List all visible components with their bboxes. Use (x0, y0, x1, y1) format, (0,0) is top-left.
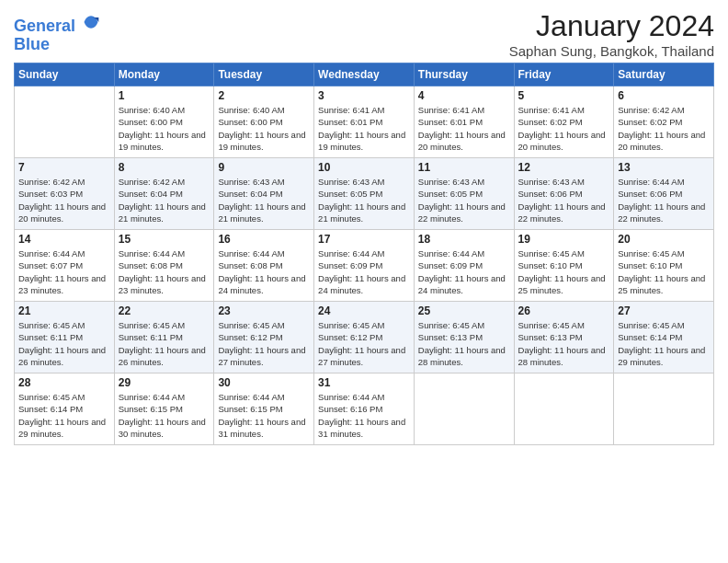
day-info: Sunrise: 6:44 AM Sunset: 6:08 PM Dayligh… (218, 247, 310, 296)
day-cell: 13Sunrise: 6:44 AM Sunset: 6:06 PM Dayli… (614, 158, 714, 230)
day-cell: 2Sunrise: 6:40 AM Sunset: 6:00 PM Daylig… (214, 86, 314, 158)
day-number: 19 (518, 233, 610, 246)
day-info: Sunrise: 6:42 AM Sunset: 6:02 PM Dayligh… (618, 104, 710, 153)
day-info: Sunrise: 6:44 AM Sunset: 6:07 PM Dayligh… (18, 247, 110, 296)
day-number: 15 (119, 233, 210, 246)
title-block: January 2024 Saphan Sung, Bangkok, Thail… (509, 9, 714, 59)
day-info: Sunrise: 6:44 AM Sunset: 6:15 PM Dayligh… (119, 391, 210, 440)
day-number: 20 (618, 233, 710, 246)
day-number: 8 (119, 161, 210, 174)
day-cell (15, 86, 115, 158)
calendar-table: SundayMondayTuesdayWednesdayThursdayFrid… (14, 63, 714, 445)
day-info: Sunrise: 6:45 AM Sunset: 6:10 PM Dayligh… (518, 247, 610, 296)
day-cell: 28Sunrise: 6:45 AM Sunset: 6:14 PM Dayli… (15, 373, 115, 445)
month-title: January 2024 (509, 9, 714, 43)
day-cell: 18Sunrise: 6:44 AM Sunset: 6:09 PM Dayli… (414, 230, 514, 302)
weekday-header-friday: Friday (514, 63, 614, 86)
day-cell: 1Sunrise: 6:40 AM Sunset: 6:00 PM Daylig… (114, 86, 214, 158)
day-info: Sunrise: 6:45 AM Sunset: 6:11 PM Dayligh… (18, 319, 110, 368)
day-info: Sunrise: 6:40 AM Sunset: 6:00 PM Dayligh… (218, 104, 310, 153)
day-number: 29 (119, 376, 210, 389)
week-row-2: 7Sunrise: 6:42 AM Sunset: 6:03 PM Daylig… (15, 158, 714, 230)
weekday-header-sunday: Sunday (15, 63, 115, 86)
location-title: Saphan Sung, Bangkok, Thailand (509, 43, 714, 59)
day-cell: 24Sunrise: 6:45 AM Sunset: 6:12 PM Dayli… (314, 302, 415, 373)
day-number: 30 (218, 376, 310, 389)
day-info: Sunrise: 6:45 AM Sunset: 6:13 PM Dayligh… (418, 319, 510, 368)
day-number: 25 (418, 304, 510, 317)
day-number: 9 (218, 161, 310, 174)
logo-text: General (14, 13, 100, 36)
day-info: Sunrise: 6:44 AM Sunset: 6:15 PM Dayligh… (218, 391, 310, 440)
day-number: 2 (218, 89, 310, 102)
weekday-header-monday: Monday (114, 63, 214, 86)
day-cell: 11Sunrise: 6:43 AM Sunset: 6:05 PM Dayli… (414, 158, 514, 230)
page-container: General Blue January 2024 Saphan Sung, B… (0, 0, 728, 454)
day-cell: 8Sunrise: 6:42 AM Sunset: 6:04 PM Daylig… (114, 158, 214, 230)
day-info: Sunrise: 6:43 AM Sunset: 6:06 PM Dayligh… (518, 176, 610, 224)
day-number: 7 (18, 161, 110, 174)
day-cell: 16Sunrise: 6:44 AM Sunset: 6:08 PM Dayli… (214, 230, 314, 302)
day-cell: 4Sunrise: 6:41 AM Sunset: 6:01 PM Daylig… (414, 86, 514, 158)
day-number: 21 (18, 304, 110, 317)
day-number: 1 (119, 89, 210, 102)
day-cell: 26Sunrise: 6:45 AM Sunset: 6:13 PM Dayli… (514, 302, 614, 373)
logo-subtext: Blue (14, 36, 100, 54)
day-number: 26 (518, 304, 610, 317)
week-row-3: 14Sunrise: 6:44 AM Sunset: 6:07 PM Dayli… (15, 230, 714, 302)
day-number: 5 (518, 89, 610, 102)
day-cell: 27Sunrise: 6:45 AM Sunset: 6:14 PM Dayli… (614, 302, 714, 373)
day-cell (414, 373, 514, 445)
day-info: Sunrise: 6:41 AM Sunset: 6:01 PM Dayligh… (418, 104, 510, 153)
day-info: Sunrise: 6:41 AM Sunset: 6:01 PM Dayligh… (318, 104, 410, 153)
day-cell: 14Sunrise: 6:44 AM Sunset: 6:07 PM Dayli… (15, 230, 115, 302)
day-info: Sunrise: 6:43 AM Sunset: 6:05 PM Dayligh… (318, 176, 410, 224)
day-cell: 3Sunrise: 6:41 AM Sunset: 6:01 PM Daylig… (314, 86, 415, 158)
day-number: 23 (218, 304, 310, 317)
weekday-header-tuesday: Tuesday (214, 63, 314, 86)
week-row-1: 1Sunrise: 6:40 AM Sunset: 6:00 PM Daylig… (15, 86, 714, 158)
day-info: Sunrise: 6:40 AM Sunset: 6:00 PM Dayligh… (119, 104, 210, 153)
day-cell: 5Sunrise: 6:41 AM Sunset: 6:02 PM Daylig… (514, 86, 614, 158)
day-cell: 22Sunrise: 6:45 AM Sunset: 6:11 PM Dayli… (114, 302, 214, 373)
day-info: Sunrise: 6:44 AM Sunset: 6:16 PM Dayligh… (318, 391, 410, 440)
day-cell: 19Sunrise: 6:45 AM Sunset: 6:10 PM Dayli… (514, 230, 614, 302)
day-number: 12 (518, 161, 610, 174)
weekday-header-row: SundayMondayTuesdayWednesdayThursdayFrid… (15, 63, 714, 86)
day-number: 11 (418, 161, 510, 174)
weekday-header-saturday: Saturday (614, 63, 714, 86)
day-info: Sunrise: 6:42 AM Sunset: 6:04 PM Dayligh… (119, 176, 210, 224)
day-number: 3 (318, 89, 410, 102)
day-info: Sunrise: 6:44 AM Sunset: 6:09 PM Dayligh… (418, 247, 510, 296)
day-number: 14 (18, 233, 110, 246)
day-info: Sunrise: 6:44 AM Sunset: 6:09 PM Dayligh… (318, 247, 410, 296)
day-cell: 20Sunrise: 6:45 AM Sunset: 6:10 PM Dayli… (614, 230, 714, 302)
day-number: 31 (318, 376, 410, 389)
day-cell: 29Sunrise: 6:44 AM Sunset: 6:15 PM Dayli… (114, 373, 214, 445)
logo-icon (82, 13, 100, 31)
day-info: Sunrise: 6:45 AM Sunset: 6:12 PM Dayligh… (318, 319, 410, 368)
day-number: 18 (418, 233, 510, 246)
day-cell: 9Sunrise: 6:43 AM Sunset: 6:04 PM Daylig… (214, 158, 314, 230)
day-number: 24 (318, 304, 410, 317)
day-cell (614, 373, 714, 445)
day-cell: 6Sunrise: 6:42 AM Sunset: 6:02 PM Daylig… (614, 86, 714, 158)
day-cell: 21Sunrise: 6:45 AM Sunset: 6:11 PM Dayli… (15, 302, 115, 373)
day-info: Sunrise: 6:45 AM Sunset: 6:10 PM Dayligh… (618, 247, 710, 296)
day-cell (514, 373, 614, 445)
day-info: Sunrise: 6:44 AM Sunset: 6:08 PM Dayligh… (119, 247, 210, 296)
day-info: Sunrise: 6:45 AM Sunset: 6:13 PM Dayligh… (518, 319, 610, 368)
day-number: 28 (18, 376, 110, 389)
weekday-header-wednesday: Wednesday (314, 63, 415, 86)
day-info: Sunrise: 6:43 AM Sunset: 6:05 PM Dayligh… (418, 176, 510, 224)
day-info: Sunrise: 6:43 AM Sunset: 6:04 PM Dayligh… (218, 176, 310, 224)
day-cell: 31Sunrise: 6:44 AM Sunset: 6:16 PM Dayli… (314, 373, 415, 445)
day-info: Sunrise: 6:45 AM Sunset: 6:14 PM Dayligh… (618, 319, 710, 368)
day-info: Sunrise: 6:44 AM Sunset: 6:06 PM Dayligh… (618, 176, 710, 224)
logo: General Blue (14, 13, 100, 54)
day-cell: 23Sunrise: 6:45 AM Sunset: 6:12 PM Dayli… (214, 302, 314, 373)
day-cell: 10Sunrise: 6:43 AM Sunset: 6:05 PM Dayli… (314, 158, 415, 230)
day-info: Sunrise: 6:42 AM Sunset: 6:03 PM Dayligh… (18, 176, 110, 224)
day-info: Sunrise: 6:45 AM Sunset: 6:14 PM Dayligh… (18, 391, 110, 440)
day-number: 16 (218, 233, 310, 246)
